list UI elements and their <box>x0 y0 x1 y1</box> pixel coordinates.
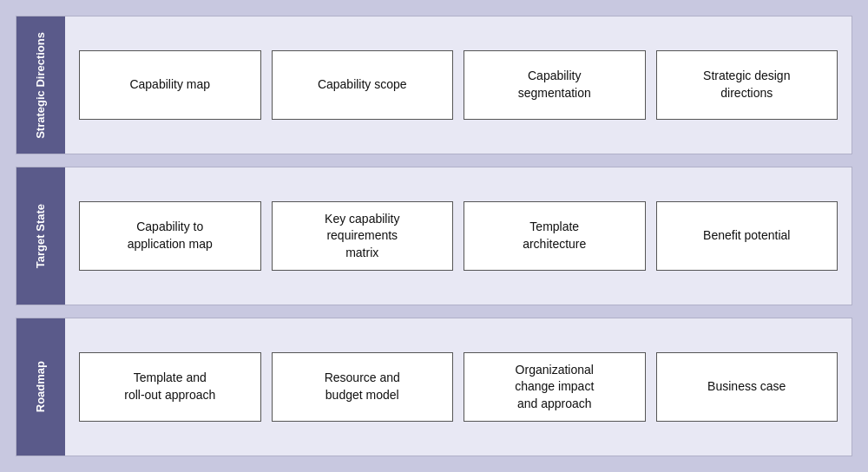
row-label-text-roadmap: Roadmap <box>34 361 49 412</box>
row-strategic-directions: Strategic DirectionsCapability mapCapabi… <box>16 16 852 154</box>
row-target-state: Target StateCapability to application ma… <box>16 167 852 305</box>
card-roadmap-1[interactable]: Resource and budget model <box>272 352 454 422</box>
row-roadmap: RoadmapTemplate and roll-out approachRes… <box>16 318 852 456</box>
row-label-text-strategic-directions: Strategic Directions <box>34 32 49 139</box>
card-roadmap-3[interactable]: Business case <box>656 352 838 422</box>
row-label-strategic-directions: Strategic Directions <box>16 16 65 154</box>
card-strategic-directions-3[interactable]: Strategic design directions <box>656 50 838 120</box>
row-label-roadmap: Roadmap <box>16 318 65 456</box>
row-content-target-state: Capability to application mapKey capabil… <box>65 167 852 305</box>
card-target-state-0[interactable]: Capability to application map <box>79 201 261 271</box>
row-label-text-target-state: Target State <box>34 204 49 268</box>
card-target-state-2[interactable]: Template architecture <box>464 201 646 271</box>
card-strategic-directions-1[interactable]: Capability scope <box>272 50 454 120</box>
card-target-state-3[interactable]: Benefit potential <box>656 201 838 271</box>
row-content-strategic-directions: Capability mapCapability scopeCapability… <box>65 16 852 154</box>
card-strategic-directions-2[interactable]: Capability segmentation <box>464 50 646 120</box>
row-label-target-state: Target State <box>16 167 65 305</box>
card-roadmap-0[interactable]: Template and roll-out approach <box>79 352 261 422</box>
card-strategic-directions-0[interactable]: Capability map <box>79 50 261 120</box>
card-roadmap-2[interactable]: Organizational change impact and approac… <box>464 352 646 422</box>
row-content-roadmap: Template and roll-out approachResource a… <box>65 318 852 456</box>
card-target-state-1[interactable]: Key capability requirements matrix <box>272 201 454 271</box>
main-container: Strategic DirectionsCapability mapCapabi… <box>0 0 868 472</box>
